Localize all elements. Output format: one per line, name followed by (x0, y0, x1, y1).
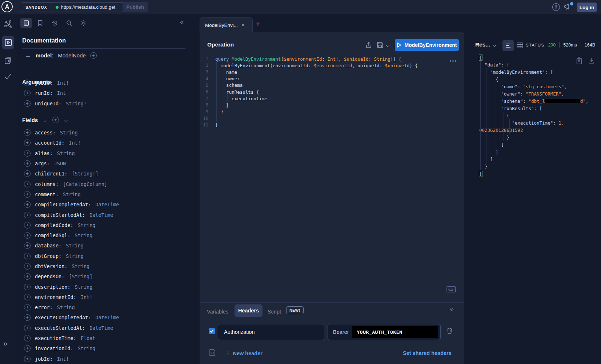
field-type[interactable]: String (75, 284, 93, 290)
field-type[interactable]: Int! (69, 140, 81, 146)
publish-button[interactable]: Publish (123, 2, 148, 12)
field-type[interactable]: String (57, 304, 75, 310)
bookmark-icon[interactable] (37, 20, 44, 26)
field-row[interactable]: compileCompletedAt: DateTime (24, 199, 119, 210)
set-shared-headers-link[interactable]: Set shared headers (403, 350, 452, 356)
field-row[interactable]: dependsOn: [String] (24, 271, 119, 282)
tab-variables[interactable]: Variables (207, 309, 228, 315)
field-row[interactable]: comment: String (24, 189, 119, 199)
add-field-icon[interactable] (24, 294, 31, 300)
sort-fields-icon[interactable]: ↓ (44, 117, 47, 123)
add-field-icon[interactable] (24, 242, 31, 249)
field-row[interactable]: columns: [CatalogColumn] (24, 179, 119, 189)
endpoint-url-field[interactable]: https://metadata.cloud.get (52, 3, 134, 12)
add-field-icon[interactable] (24, 304, 31, 311)
field-row[interactable]: childrenL1: [String!] (24, 169, 119, 179)
add-field-icon[interactable] (24, 212, 31, 218)
explorer-nav-item[interactable] (2, 36, 14, 49)
response-raw-view-toggle[interactable] (502, 40, 514, 51)
field-row[interactable]: database: String (24, 240, 119, 251)
response-table-view-toggle[interactable] (517, 43, 523, 48)
field-row[interactable]: error: String (24, 302, 119, 312)
announcements-megaphone-icon[interactable] (564, 3, 573, 12)
field-type[interactable]: Float (81, 335, 96, 341)
add-field-icon[interactable] (24, 201, 31, 208)
argument-row[interactable]: uniqueId: String! (24, 98, 87, 109)
field-type[interactable]: String (66, 243, 84, 248)
add-all-fields-icon[interactable] (90, 52, 97, 59)
apollo-logo-icon[interactable]: A (1, 1, 13, 12)
search-icon[interactable] (66, 20, 72, 26)
field-type[interactable]: DateTime (89, 212, 113, 218)
field-row[interactable]: compileStartedAt: DateTime (24, 210, 119, 220)
field-row[interactable]: invocationId: String (24, 343, 119, 353)
add-field-icon[interactable] (24, 222, 31, 228)
add-field-icon[interactable] (24, 181, 31, 187)
argument-row[interactable]: runId: Int (24, 88, 87, 98)
add-fields-icon[interactable] (52, 117, 59, 123)
operation-tab[interactable]: ModelByEnvi... × (200, 17, 253, 32)
field-type[interactable]: String (60, 130, 78, 136)
checks-pages-icon[interactable] (4, 57, 12, 65)
new-header-button[interactable]: + New header (226, 349, 263, 357)
documentation-tab-icon[interactable] (20, 18, 32, 28)
chevron-down-icon[interactable] (64, 118, 68, 122)
share-operation-icon[interactable] (366, 42, 372, 48)
field-type[interactable]: String (66, 253, 84, 259)
header-enabled-checkbox[interactable] (209, 328, 215, 334)
field-row[interactable]: environmentId: Int! (24, 292, 119, 302)
add-field-icon[interactable] (24, 191, 31, 198)
add-argument-icon[interactable] (24, 90, 31, 96)
delete-header-trash-icon[interactable] (446, 327, 453, 335)
collapse-bottom-panel-icon[interactable] (450, 307, 453, 311)
field-row[interactable]: jobId: Int! (24, 354, 119, 364)
endpoint-url-text[interactable]: https://metadata.cloud.get (61, 4, 122, 10)
new-tab-button[interactable]: + (256, 19, 260, 29)
add-field-icon[interactable] (24, 345, 31, 352)
add-field-icon[interactable] (24, 273, 31, 280)
run-operation-button[interactable]: ModelByEnvironment (395, 39, 459, 51)
add-field-icon[interactable] (24, 253, 31, 259)
field-type[interactable]: [String] (69, 274, 92, 279)
field-row[interactable]: executeCompletedAt: DateTime (24, 312, 119, 323)
field-row[interactable]: dbtGroup: String (24, 251, 119, 261)
add-field-icon[interactable] (24, 356, 31, 362)
save-operation-icon[interactable] (377, 42, 384, 48)
add-field-icon[interactable] (24, 335, 31, 341)
settings-gear-icon[interactable] (80, 20, 87, 26)
field-type[interactable]: String (57, 150, 75, 156)
field-type[interactable]: DateTime (89, 325, 113, 331)
field-type[interactable]: [CatalogColumn] (63, 181, 107, 187)
add-field-icon[interactable] (24, 160, 31, 167)
field-type[interactable]: DateTime (95, 202, 119, 207)
add-argument-icon[interactable] (24, 80, 31, 86)
response-dropdown-chevron-icon[interactable] (493, 43, 497, 47)
keyboard-shortcuts-icon[interactable] (446, 286, 456, 292)
add-field-icon[interactable] (24, 150, 31, 157)
field-type[interactable]: String (72, 263, 89, 269)
graphql-code-editor[interactable]: 1 query ModelByEnvironment($environmentI… (200, 56, 461, 128)
field-row[interactable]: compiledSql: String (24, 230, 119, 240)
checkmark-icon[interactable] (4, 73, 12, 80)
tab-script[interactable]: Script (268, 309, 281, 315)
argument-type[interactable]: Int (57, 90, 66, 96)
field-type[interactable]: String (63, 191, 81, 197)
field-type[interactable]: String (78, 222, 96, 228)
login-button[interactable]: Log in (577, 3, 597, 12)
breadcrumb-type[interactable]: ModelNode (58, 52, 86, 58)
field-row[interactable]: accountId: Int! (24, 138, 119, 148)
save-options-chevron-icon[interactable] (386, 44, 390, 47)
field-row[interactable]: executeStartedAt: DateTime (24, 323, 119, 333)
field-type[interactable]: DateTime (95, 315, 119, 320)
field-row[interactable]: dbtVersion: String (24, 261, 119, 271)
add-field-icon[interactable] (24, 232, 31, 239)
add-field-icon[interactable] (24, 314, 31, 321)
auth-token-field[interactable]: YOUR_AUTH_TOKEN (352, 326, 438, 338)
field-type[interactable]: [String!] (72, 171, 98, 177)
expand-rail-chevrons-icon[interactable]: » (3, 339, 7, 348)
collapse-panel-icon[interactable]: « (180, 18, 184, 26)
field-type[interactable]: String (75, 232, 93, 238)
field-row[interactable]: compiledCode: String (24, 220, 119, 230)
add-field-icon[interactable] (24, 129, 31, 136)
field-type[interactable]: Int! (81, 294, 93, 300)
